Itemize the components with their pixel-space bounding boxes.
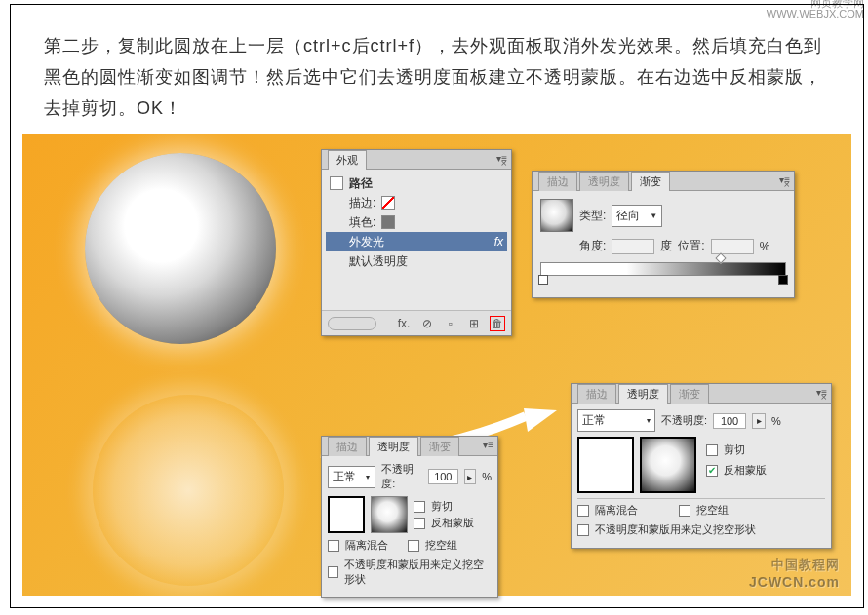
opacity-stepper[interactable]: ▸ xyxy=(464,469,477,484)
appearance-row-default[interactable]: 默认透明度 xyxy=(326,251,507,271)
tab-stroke[interactable]: 描边 xyxy=(328,437,367,456)
tab-transparency[interactable]: 透明度 xyxy=(618,384,668,404)
opacity-input[interactable]: 100 xyxy=(428,469,457,484)
duplicate-button[interactable]: ⊞ xyxy=(466,316,482,331)
gradient-sphere-light xyxy=(93,395,284,586)
label-clip: 剪切 xyxy=(431,499,453,514)
canvas-area: 外观 × ▾≡ 路径 描边: 填色: xyxy=(22,134,851,596)
fx-button[interactable]: fx. xyxy=(396,316,412,331)
opacity-stepper[interactable]: ▸ xyxy=(752,413,766,429)
label-opacity: 不透明度: xyxy=(661,413,707,428)
position-input[interactable] xyxy=(711,239,754,254)
appearance-row-glow[interactable]: 外发光 fx xyxy=(326,232,507,251)
appearance-toolbar: fx. ⊘ ▫ ⊞ 🗑 xyxy=(322,310,511,335)
gradient-stop-white[interactable] xyxy=(538,275,548,285)
label-degree: 度 xyxy=(660,238,672,254)
gradient-ramp[interactable] xyxy=(540,262,786,276)
tab-gradient[interactable]: 渐变 xyxy=(670,384,709,404)
label-type: 类型: xyxy=(579,208,606,224)
appearance-row-stroke[interactable]: 描边: xyxy=(326,193,507,212)
panel-menu-icon[interactable]: ▾≡ xyxy=(816,387,827,398)
label-define-knockout: 不透明度和蒙版用来定义挖空形状 xyxy=(595,522,756,537)
checkbox-invert[interactable]: ✔ xyxy=(706,465,718,477)
toggle-pill[interactable] xyxy=(328,317,376,330)
tab-stroke[interactable]: 描边 xyxy=(538,172,577,191)
checkbox-define-knockout[interactable] xyxy=(328,566,338,578)
path-swatch-icon xyxy=(330,176,343,190)
checkbox-invert[interactable] xyxy=(414,518,425,529)
label-clip: 剪切 xyxy=(724,442,745,457)
tab-stroke[interactable]: 描边 xyxy=(577,384,616,404)
label-path: 路径 xyxy=(349,175,373,192)
appearance-row-path[interactable]: 路径 xyxy=(326,173,507,193)
fx-icon: fx xyxy=(494,235,503,249)
label-stroke: 描边: xyxy=(349,195,375,211)
gradient-midpoint[interactable] xyxy=(715,252,726,263)
checkbox-isolate[interactable] xyxy=(577,505,589,517)
checkbox-knockout[interactable] xyxy=(408,540,419,552)
gradient-sphere-dark xyxy=(85,153,276,344)
delete-button[interactable]: 🗑 xyxy=(490,316,505,331)
angle-input[interactable] xyxy=(612,239,654,254)
label-invert: 反相蒙版 xyxy=(431,516,474,530)
svg-marker-0 xyxy=(524,408,557,432)
tab-transparency[interactable]: 透明度 xyxy=(369,437,418,456)
watermark-bottom: 中国教程网 JCWCN.com xyxy=(749,557,840,590)
label-default-trans: 默认透明度 xyxy=(349,253,408,270)
panel-menu-icon[interactable]: ▾≡ xyxy=(779,174,790,185)
page-container: 第二步，复制此圆放在上一层（ctrl+c后ctrl+f），去外观面板取消外发光效… xyxy=(10,4,864,608)
object-thumbnail[interactable] xyxy=(577,437,634,493)
appearance-row-fill[interactable]: 填色: xyxy=(326,212,507,232)
checkbox-isolate[interactable] xyxy=(328,540,339,552)
label-fill: 填色: xyxy=(349,214,375,231)
fill-swatch-icon xyxy=(381,215,395,229)
gradient-stop-black[interactable] xyxy=(778,275,788,285)
blend-mode-dropdown[interactable]: 正常▾ xyxy=(328,466,375,488)
gradient-panel: 描边 透明度 渐变 × ▾≡ 类型: 径向 ▼ 角度: 度 xyxy=(532,171,795,298)
label-opacity: 不透明度: xyxy=(381,462,422,491)
tab-gradient[interactable]: 渐变 xyxy=(631,172,670,191)
tab-appearance[interactable]: 外观 xyxy=(328,150,367,170)
transparency-panel-large: 描边 透明度 渐变 × ▾≡ 正常▾ 不透明度: 100 ▸ % xyxy=(571,383,832,549)
gradient-preview-swatch[interactable] xyxy=(540,199,573,232)
gradient-type-dropdown[interactable]: 径向 ▼ xyxy=(612,205,662,227)
mask-thumbnail[interactable] xyxy=(640,437,696,493)
opacity-input[interactable]: 100 xyxy=(713,413,746,429)
tab-gradient[interactable]: 渐变 xyxy=(420,437,459,456)
tab-transparency[interactable]: 透明度 xyxy=(579,172,629,191)
label-position: 位置: xyxy=(678,238,704,254)
checkbox-clip[interactable] xyxy=(706,444,718,456)
checkbox-knockout[interactable] xyxy=(679,505,690,517)
checkbox-define-knockout[interactable] xyxy=(577,524,589,536)
label-knockout: 挖空组 xyxy=(696,503,729,518)
label-invert: 反相蒙版 xyxy=(724,463,767,478)
label-define-knockout: 不透明度和蒙版用来定义挖空形状 xyxy=(344,557,492,587)
panel-menu-icon[interactable]: ▾≡ xyxy=(496,153,507,164)
label-isolate: 隔离混合 xyxy=(345,538,388,553)
label-angle: 角度: xyxy=(579,238,606,254)
transparency-panel-small: 描边 透明度 渐变 ▾≡ 正常▾ 不透明度: 100 ▸ % xyxy=(321,436,498,598)
label-outer-glow: 外发光 xyxy=(349,234,384,250)
none-swatch-icon xyxy=(381,196,395,210)
label-percent: % xyxy=(760,240,770,253)
appearance-panel: 外观 × ▾≡ 路径 描边: 填色: xyxy=(321,149,512,336)
new-fill-button[interactable]: ▫ xyxy=(443,316,458,331)
chevron-down-icon: ▼ xyxy=(650,211,657,220)
checkbox-clip[interactable] xyxy=(414,501,425,513)
instructions-text: 第二步，复制此圆放在上一层（ctrl+c后ctrl+f），去外观面板取消外发光效… xyxy=(11,5,863,137)
label-isolate: 隔离混合 xyxy=(595,503,638,518)
mask-thumbnail[interactable] xyxy=(371,496,408,533)
clear-button[interactable]: ⊘ xyxy=(419,316,435,331)
object-thumbnail[interactable] xyxy=(328,496,365,533)
blend-mode-dropdown[interactable]: 正常▾ xyxy=(577,409,655,432)
label-knockout: 挖空组 xyxy=(425,538,457,553)
panel-menu-icon[interactable]: ▾≡ xyxy=(483,440,493,450)
